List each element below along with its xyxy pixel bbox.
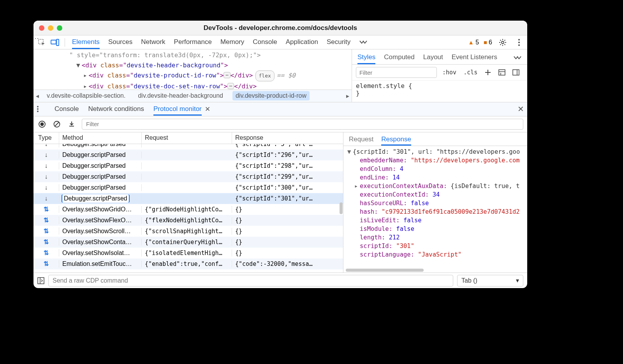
breadcrumb-seg-0[interactable]: v.devsite-collapsible-section.	[44, 91, 128, 100]
pm-toolbar	[33, 116, 527, 132]
target-selector[interactable]: Tab ()▾	[457, 275, 523, 287]
table-row[interactable]: ⇅Overlay.setShowIsolat…{"isolatedElement…	[33, 248, 343, 258]
table-row[interactable]: ↓Debugger.scriptParsed{"scriptId":"298",…	[33, 160, 343, 171]
toggle-editor-icon[interactable]	[37, 277, 44, 284]
table-row[interactable]: ⇅Overlay.setShowConta…{"containerQueryHi…	[33, 237, 343, 248]
tab-sources[interactable]: Sources	[108, 36, 132, 49]
breadcrumb-scroll-right-icon[interactable]: ▸	[344, 92, 352, 100]
pm-rows[interactable]: ↓Debugger.scriptParsed{"scriptId":"5","u…	[33, 144, 343, 273]
toggle-sidebar-icon[interactable]	[511, 67, 521, 77]
dom-line-2[interactable]: ▸<div class="devsite-product-id-row">⋯</…	[33, 70, 352, 81]
more-menu-icon[interactable]	[513, 37, 525, 48]
detail-tab-response[interactable]: Response	[381, 135, 411, 146]
close-drawer-icon[interactable]: ✕	[517, 104, 524, 114]
settings-icon[interactable]	[497, 37, 509, 48]
record-icon[interactable]	[37, 120, 47, 129]
table-row[interactable]: ↓Debugger.scriptParsed{"scriptId":"5","u…	[33, 144, 343, 149]
breadcrumb: ◂ v.devsite-collapsible-section. div.dev…	[33, 90, 352, 102]
cell-method: Debugger.scriptParsed	[59, 195, 142, 202]
breadcrumb-scroll-left-icon[interactable]: ◂	[33, 92, 41, 100]
pm-grid: Type Method Request Response ↓Debugger.s…	[33, 132, 343, 273]
drawer-tab-console[interactable]: Console	[55, 103, 79, 115]
tab-application[interactable]: Application	[286, 36, 318, 49]
styles-tab-layout[interactable]: Layout	[423, 52, 443, 64]
minimize-window-button[interactable]	[48, 25, 53, 31]
col-header-method[interactable]: Method	[59, 132, 142, 144]
overflow-ellipsis-icon[interactable]: ⋯	[33, 34, 39, 42]
cell-request: {"flexNodeHighlightCo…	[142, 217, 232, 224]
table-row[interactable]: ⇅Emulation.setEmitTouc…{"enabled":true,"…	[33, 258, 343, 269]
cmd-bar: Tab ()▾	[33, 273, 527, 288]
dom-line-0: " style="transform: translate3d(0px, -72…	[33, 50, 352, 60]
table-row[interactable]: ⇅Overlay.setShowGridO…{"gridNodeHighligh…	[33, 204, 343, 215]
styles-filter-input[interactable]	[356, 67, 437, 78]
clear-icon[interactable]	[52, 120, 62, 129]
tab-performance[interactable]: Performance	[174, 36, 212, 49]
cell-method: Overlay.setShowConta…	[59, 239, 142, 246]
close-tab-icon[interactable]: ✕	[205, 105, 210, 113]
col-header-response[interactable]: Response	[232, 132, 343, 144]
ellipsis-icon[interactable]: ⋯	[224, 72, 230, 78]
styles-body[interactable]: element.style { }	[352, 81, 527, 99]
more-tabs-icon[interactable]	[359, 40, 368, 45]
styles-toolbar: :hov .cls	[352, 65, 527, 81]
table-row[interactable]: ↓Debugger.scriptParsed{"scriptId":"299",…	[33, 171, 343, 182]
close-window-button[interactable]	[39, 25, 44, 31]
pm-body: Type Method Request Response ↓Debugger.s…	[33, 132, 527, 273]
table-row[interactable]: ⇅Overlay.setShowScroll…{"scrollSnapHighl…	[33, 226, 343, 237]
new-style-rule-icon[interactable]	[483, 67, 493, 77]
table-row[interactable]: ↓Debugger.scriptParsed{"scriptId":"296",…	[33, 149, 343, 160]
ellipsis-icon[interactable]: ⋯	[227, 83, 234, 89]
computed-styles-sidebar-icon[interactable]	[497, 67, 507, 77]
arrow-both-icon: ⇅	[33, 238, 59, 246]
dom-line-1[interactable]: ▼<div class="devsite-header-background">	[33, 60, 352, 70]
main-tabs: Elements Sources Network Performance Mem…	[72, 36, 350, 49]
zoom-window-button[interactable]	[57, 25, 62, 31]
pm-filter-input[interactable]	[82, 119, 523, 130]
issues-badge[interactable]: ■ 6	[484, 39, 492, 46]
device-toolbar-icon[interactable]	[49, 37, 61, 48]
drawer-more-icon[interactable]	[37, 106, 45, 113]
json-scrollbar[interactable]	[346, 269, 424, 272]
styles-tab-computed[interactable]: Computed	[384, 52, 414, 64]
styles-tab-styles[interactable]: Styles	[357, 52, 375, 64]
breadcrumb-seg-2[interactable]: div.devsite-product-id-row	[232, 91, 310, 100]
svg-point-4	[518, 39, 520, 40]
col-header-type[interactable]: Type	[33, 132, 59, 144]
cell-response: {}	[232, 206, 343, 213]
breadcrumb-seg-1[interactable]: div.devsite-header-background	[135, 91, 226, 100]
warnings-badge[interactable]: ▲ 5	[468, 39, 479, 46]
cell-response: {}	[232, 228, 343, 235]
tab-network[interactable]: Network	[141, 36, 165, 49]
tab-console[interactable]: Console	[253, 36, 277, 49]
svg-rect-7	[499, 70, 505, 75]
tab-security[interactable]: Security	[327, 36, 350, 49]
styles-tab-eventlisteners[interactable]: Event Listeners	[452, 52, 497, 64]
pm-json[interactable]: ▼{scriptId: "301", url: "https://develop…	[343, 146, 527, 273]
cell-request: {"gridNodeHighlightCo…	[142, 206, 232, 213]
elements-split: ⋯ " style="transform: translate3d(0px, -…	[33, 49, 527, 102]
drawer-tab-network-conditions[interactable]: Network conditions	[88, 103, 144, 115]
cls-toggle-button[interactable]: .cls	[462, 68, 479, 77]
dom-tree[interactable]: " style="transform: translate3d(0px, -72…	[33, 49, 352, 90]
tab-memory[interactable]: Memory	[220, 36, 244, 49]
detail-tab-request[interactable]: Request	[349, 135, 373, 146]
tab-elements[interactable]: Elements	[72, 36, 100, 49]
col-header-request[interactable]: Request	[142, 132, 232, 144]
grid-scrollbar[interactable]	[340, 202, 343, 214]
table-row[interactable]: ↓Debugger.scriptParsed{"scriptId":"301",…	[33, 193, 343, 204]
hov-toggle-button[interactable]: :hov	[441, 68, 458, 77]
styles-more-tabs-icon[interactable]	[513, 55, 522, 61]
issues-icon: ■	[484, 39, 487, 46]
table-row[interactable]: ↓Debugger.scriptParsed{"scriptId":"300",…	[33, 182, 343, 193]
dom-line-3[interactable]: ▸<div class="devsite-doc-set-nav-row">⋯<…	[33, 81, 352, 90]
cell-response: {}	[232, 239, 343, 246]
drawer-tab-protocol-monitor[interactable]: Protocol monitor	[153, 103, 202, 116]
table-row[interactable]: ⇅Overlay.setShowFlexO…{"flexNodeHighligh…	[33, 215, 343, 226]
arrow-both-icon: ⇅	[33, 216, 59, 224]
flex-badge[interactable]: flex	[255, 70, 275, 81]
cdp-command-input[interactable]	[48, 275, 453, 287]
drawer-tabs: Console Network conditions Protocol moni…	[33, 102, 527, 116]
save-icon[interactable]	[67, 120, 76, 129]
svg-rect-15	[38, 278, 44, 284]
